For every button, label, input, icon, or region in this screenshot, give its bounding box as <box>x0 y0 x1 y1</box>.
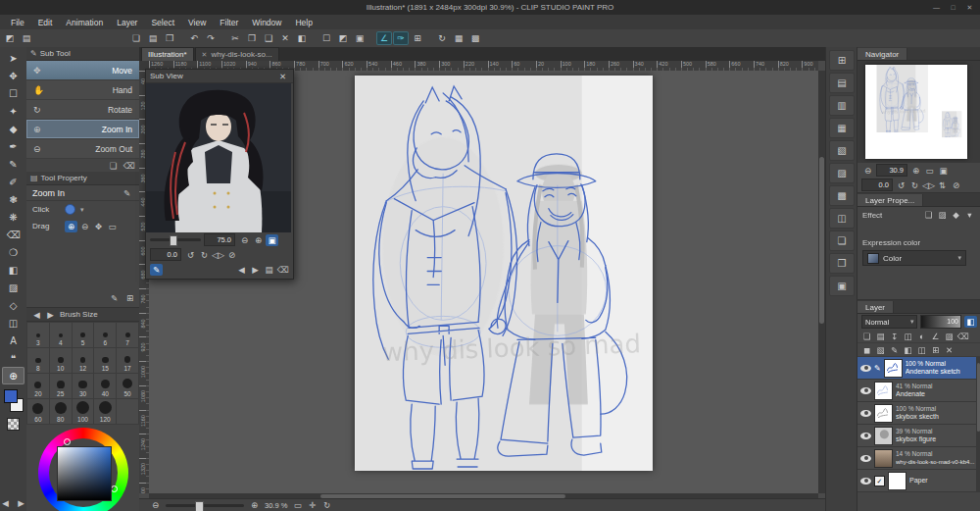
tab-close-icon[interactable]: ✕ <box>202 51 208 59</box>
zoom-out-icon[interactable]: ⊖ <box>861 165 874 177</box>
vertical-scrollbar-thumb[interactable] <box>819 157 824 324</box>
frame-border-tool[interactable]: ◫ <box>2 314 24 332</box>
material-downloads-icon[interactable]: ❏ <box>829 230 855 251</box>
layer-visibility-eye-icon[interactable] <box>860 387 871 394</box>
fit-to-window-icon[interactable]: ▭ <box>923 165 936 177</box>
next-image-icon[interactable]: ▶ <box>249 264 262 276</box>
sub-view-zoom-slider[interactable] <box>150 238 201 241</box>
layer-list-scrollbar[interactable] <box>976 357 980 492</box>
tone-icon[interactable]: ▨ <box>943 331 956 342</box>
menu-edit[interactable]: Edit <box>31 18 60 27</box>
maximize-button[interactable]: □ <box>945 0 961 15</box>
lock-layer-icon[interactable]: ◼ <box>860 344 873 356</box>
sub-view-image[interactable] <box>146 83 291 232</box>
grid-icon[interactable]: ▦ <box>451 31 466 45</box>
brush-size-120[interactable]: 120 <box>94 399 116 424</box>
brush-size-100[interactable]: 100 <box>73 399 94 424</box>
view-settings-icon[interactable]: ▩ <box>467 31 483 45</box>
opacity-widget[interactable]: 100 <box>920 315 961 329</box>
subtool-panel-header[interactable]: ✎ Sub Tool <box>26 47 139 61</box>
rotate-ccw-icon[interactable]: ↺ <box>895 179 907 191</box>
brush-size-17[interactable]: 17 <box>117 348 138 373</box>
brush-size-8[interactable]: 8 <box>27 348 49 373</box>
figure-tool[interactable]: ◇ <box>2 296 24 314</box>
brush-size-50[interactable]: 50 <box>117 374 138 398</box>
decoration-tool[interactable]: ❋ <box>2 208 24 226</box>
expand-panel-icon[interactable]: ▾ <box>963 209 976 221</box>
blend-mode-select[interactable]: Normal ▾ <box>861 315 917 329</box>
history-icon[interactable]: ❐ <box>829 253 855 274</box>
previous-image-icon[interactable]: ◀ <box>235 264 248 276</box>
gradient-tool[interactable]: ▨ <box>2 279 24 296</box>
menu-help[interactable]: Help <box>288 18 318 27</box>
rotate-cw-icon[interactable]: ↻ <box>908 179 921 191</box>
brush-tool[interactable]: ✐ <box>2 173 24 190</box>
brush-size-60[interactable]: 60 <box>27 399 49 424</box>
paste-icon[interactable]: ❑ <box>261 31 276 45</box>
material-image-icon[interactable]: ▨ <box>829 163 855 183</box>
clip-studio-home-icon[interactable]: ◩ <box>2 31 18 45</box>
minimize-button[interactable]: — <box>928 0 945 15</box>
brush-size-7[interactable]: 7 <box>117 323 138 347</box>
menu-window[interactable]: Window <box>245 18 288 27</box>
canvas-tab[interactable]: Illustration* <box>141 47 194 61</box>
airbrush-tool[interactable]: ❃ <box>2 190 24 208</box>
advanced-settings-icon[interactable]: ⊞ <box>123 292 136 304</box>
menu-file[interactable]: File <box>4 18 31 27</box>
sub-view-zoom-thumb[interactable] <box>170 235 177 246</box>
brush-size-12[interactable]: 12 <box>73 348 94 373</box>
fill-icon[interactable]: ◧ <box>294 31 310 45</box>
fit-button-icon[interactable]: ▣ <box>266 234 278 246</box>
material-color-pattern-icon[interactable]: ▥ <box>829 95 855 116</box>
eyedropper-tool[interactable]: ◆ <box>2 120 24 137</box>
pen-tool[interactable]: ✒ <box>2 137 24 155</box>
navigator-tab[interactable]: Navigator <box>858 48 907 60</box>
drag-zoom-out-icon[interactable]: ⊖ <box>78 221 91 232</box>
auto-select-tool[interactable]: ✦ <box>2 102 24 120</box>
brush-size-3[interactable]: 3 <box>27 323 49 347</box>
eyedropper-settings-icon[interactable]: ✎ <box>108 292 121 304</box>
brush-size-next-icon[interactable]: ▶ <box>44 309 57 321</box>
palette-toggle-icon[interactable]: ◧ <box>964 316 977 328</box>
edit-image-icon[interactable]: ✎ <box>150 264 163 276</box>
drag-setting-row[interactable]: Drag ⊕⊖✥▭ <box>26 218 139 234</box>
zoom-tool[interactable]: ⊕ <box>2 367 24 384</box>
delete-subtool-icon[interactable]: ⌫ <box>122 160 135 172</box>
brush-size-6[interactable]: 6 <box>94 323 116 347</box>
eraser-tool[interactable]: ⌫ <box>2 226 24 243</box>
fit-to-screen-icon[interactable]: ▭ <box>291 499 304 511</box>
actual-size-icon[interactable]: ✛ <box>306 499 318 511</box>
zoom-in-icon[interactable]: ⊕ <box>248 499 261 511</box>
layer-visibility-eye-icon[interactable] <box>860 365 871 372</box>
transparent-color-swatch[interactable] <box>7 418 20 431</box>
undo-icon[interactable]: ↶ <box>186 31 202 45</box>
drag-step-icon[interactable]: ▭ <box>106 221 119 232</box>
tool-property-header[interactable]: ▤ Tool Property <box>26 172 139 185</box>
sub-view-zoom-value[interactable]: 75.0 <box>204 233 235 246</box>
brush-size-80[interactable]: 80 <box>50 399 72 424</box>
material-pose-icon[interactable]: ◫ <box>829 208 855 229</box>
zoom-slider[interactable] <box>166 504 244 507</box>
select-border-icon[interactable]: ▣ <box>352 31 368 45</box>
click-setting-row[interactable]: Click ▾ <box>26 201 139 218</box>
subtool-item-zoom-out[interactable]: ⊖Zoom Out <box>26 139 139 159</box>
new-canvas-icon[interactable]: ❏ <box>128 31 144 45</box>
merge-lower-icon[interactable]: ◫ <box>902 331 914 342</box>
sv-indicator[interactable] <box>64 438 71 445</box>
delete-layer-icon[interactable]: ⌫ <box>956 331 969 342</box>
subtool-item-move[interactable]: ✥Move <box>26 61 139 80</box>
foreground-color-swatch[interactable] <box>4 389 18 403</box>
add-subtool-icon[interactable]: ❏ <box>107 160 120 172</box>
saturation-value-box[interactable] <box>57 446 112 501</box>
flip-horizontal-icon[interactable]: ◁▷ <box>212 249 224 261</box>
text-tool[interactable]: A <box>2 332 24 349</box>
draft-layer-icon[interactable]: ✎ <box>888 344 901 356</box>
layer-visibility-eye-icon[interactable] <box>860 455 871 462</box>
reset-rotate-icon[interactable]: ↻ <box>320 499 333 511</box>
deselect-icon[interactable]: ☐ <box>318 31 334 45</box>
layer-visibility-eye-icon[interactable] <box>860 478 871 485</box>
border-effect-icon[interactable]: ❏ <box>922 209 935 221</box>
layer-mask-icon[interactable]: ◐ <box>915 331 928 342</box>
information-icon[interactable]: ▣ <box>829 276 855 296</box>
zoom-slider-thumb[interactable] <box>195 501 204 511</box>
